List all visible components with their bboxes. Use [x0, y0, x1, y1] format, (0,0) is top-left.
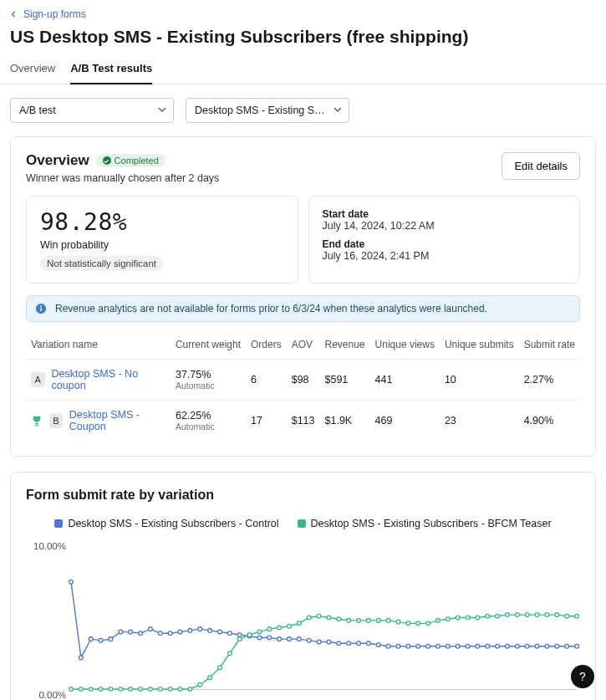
legend-swatch — [54, 519, 63, 528]
cell-submit_rate: 2.27% — [519, 360, 580, 401]
tab-overview[interactable]: Overview — [10, 55, 55, 84]
svg-point-58 — [99, 687, 103, 692]
cell-submit_rate: 4.90% — [519, 401, 580, 442]
svg-point-6 — [99, 638, 103, 642]
cell-revenue: $1.9K — [320, 401, 370, 442]
svg-point-104 — [555, 613, 559, 617]
svg-point-77 — [288, 624, 292, 628]
svg-point-37 — [406, 644, 410, 648]
svg-point-23 — [267, 636, 272, 640]
svg-point-92 — [436, 619, 440, 623]
svg-point-48 — [515, 644, 519, 648]
svg-point-81 — [327, 616, 331, 620]
svg-point-87 — [386, 619, 390, 623]
svg-point-101 — [525, 613, 529, 617]
th-submit-rate: Submit rate — [519, 330, 580, 360]
cell-weight: 62.25%Automatic — [171, 401, 246, 442]
svg-point-29 — [327, 640, 331, 644]
date-box: Start date July 14, 2024, 10:22 AM End d… — [308, 196, 581, 284]
svg-point-2 — [40, 305, 42, 307]
svg-point-42 — [456, 644, 460, 648]
svg-point-27 — [307, 638, 311, 642]
svg-point-43 — [466, 644, 470, 648]
svg-point-30 — [337, 641, 341, 646]
svg-point-95 — [466, 616, 470, 620]
svg-point-106 — [575, 614, 579, 618]
svg-point-74 — [257, 630, 262, 634]
test-select[interactable]: A/B test — [10, 98, 174, 123]
win-probability-box: 98.28% Win probability Not statistically… — [26, 196, 298, 284]
cell-unique_views: 441 — [370, 360, 440, 401]
svg-point-69 — [208, 676, 212, 680]
variation-link[interactable]: Desktop SMS - Coupon — [69, 409, 166, 432]
svg-point-8 — [119, 630, 123, 634]
svg-point-76 — [278, 626, 282, 630]
svg-point-91 — [426, 621, 430, 626]
status-badge: Completed — [96, 154, 166, 167]
svg-point-66 — [178, 687, 182, 692]
th-current-weight: Current weight — [171, 330, 246, 360]
svg-point-83 — [347, 619, 351, 623]
chart-area: 10.00% 0.00% Nov 14, 10 AMNov 14, 8 PMNo… — [26, 538, 580, 700]
svg-point-97 — [486, 614, 490, 618]
cell-unique_views: 469 — [370, 401, 440, 442]
legend-item-bfcm: Desktop SMS - Existing Subscribers - BFC… — [298, 518, 552, 529]
tabs: Overview A/B Test results — [0, 55, 606, 84]
svg-point-15 — [188, 628, 192, 632]
variation-badge: A — [31, 372, 45, 387]
overview-subtext: Winner was manually chosen after 2 days — [26, 172, 219, 184]
edit-details-button[interactable]: Edit details — [502, 152, 580, 180]
svg-point-50 — [535, 644, 539, 648]
svg-point-54 — [575, 644, 579, 648]
cell-aov: $98 — [287, 360, 320, 401]
start-date-value: July 14, 2024, 10:22 AM — [323, 220, 567, 232]
svg-point-24 — [278, 637, 282, 641]
svg-point-45 — [486, 644, 490, 648]
svg-point-20 — [237, 633, 242, 637]
cell-orders: 17 — [246, 401, 287, 442]
tab-ab-test-results[interactable]: A/B Test results — [70, 55, 152, 84]
svg-point-17 — [208, 628, 212, 632]
cell-revenue: $591 — [320, 360, 370, 401]
th-unique-submits: Unique submits — [440, 330, 519, 360]
cell-unique_submits: 10 — [440, 360, 519, 401]
svg-point-84 — [357, 619, 361, 623]
svg-point-11 — [148, 627, 152, 631]
svg-point-88 — [396, 620, 400, 624]
chart-title: Form submit rate by variation — [26, 488, 580, 503]
svg-point-100 — [515, 613, 519, 617]
cell-weight: 37.75%Automatic — [171, 360, 246, 401]
variation-select-value: Desktop SMS - Existing Subscribers T… — [195, 105, 327, 116]
svg-point-103 — [545, 613, 549, 617]
svg-point-62 — [139, 687, 143, 692]
svg-point-22 — [257, 636, 262, 640]
start-date-label: Start date — [323, 208, 567, 220]
back-link[interactable]: Sign-up forms — [0, 0, 96, 23]
svg-point-89 — [406, 621, 410, 626]
variation-link[interactable]: Desktop SMS - No coupon — [52, 368, 166, 391]
svg-point-3 — [69, 580, 74, 584]
svg-point-85 — [366, 619, 370, 623]
significance-badge: Not statistically significant — [40, 256, 163, 271]
variation-select[interactable]: Desktop SMS - Existing Subscribers T… — [186, 98, 349, 123]
table-row: ADesktop SMS - No coupon37.75%Automatic6… — [26, 360, 580, 401]
overview-title: Overview — [26, 152, 89, 169]
legend-label: Desktop SMS - Existing Subscribers - Con… — [68, 518, 278, 529]
chart-legend: Desktop SMS - Existing Subscribers - Con… — [26, 518, 580, 529]
svg-point-28 — [317, 640, 321, 644]
info-banner: Revenue analytics are not available for … — [26, 295, 580, 322]
svg-point-98 — [496, 614, 500, 618]
svg-point-82 — [337, 617, 341, 621]
svg-point-51 — [545, 644, 549, 648]
legend-label: Desktop SMS - Existing Subscribers - BFC… — [311, 518, 552, 529]
svg-point-31 — [347, 641, 351, 646]
svg-point-56 — [79, 687, 83, 692]
help-button[interactable]: ? — [571, 665, 594, 688]
svg-point-65 — [168, 687, 172, 692]
svg-point-60 — [119, 687, 123, 692]
cell-orders: 6 — [246, 360, 287, 401]
svg-point-61 — [129, 687, 133, 692]
svg-point-71 — [227, 651, 232, 656]
svg-point-57 — [89, 687, 93, 692]
win-probability-value: 98.28% — [40, 208, 284, 236]
